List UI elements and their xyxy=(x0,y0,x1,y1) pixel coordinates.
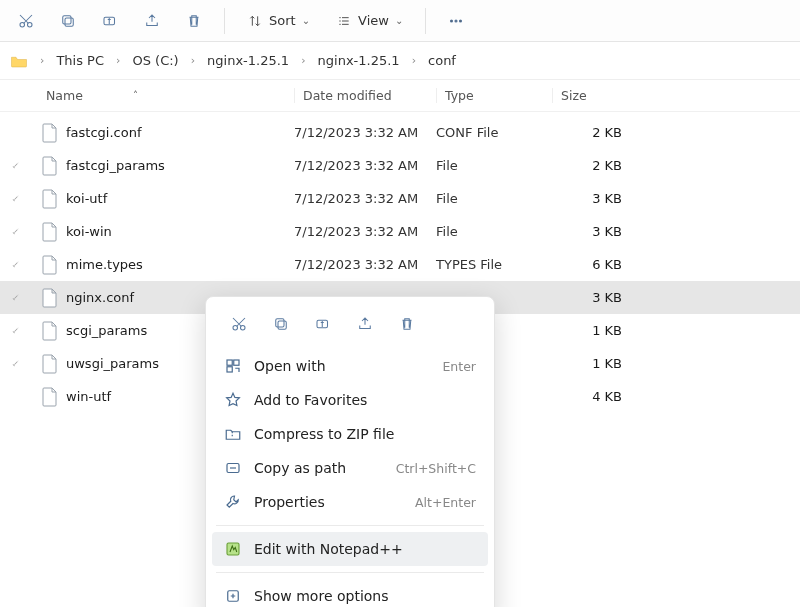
context-item-label: Copy as path xyxy=(254,460,384,476)
cut-button[interactable] xyxy=(8,5,44,37)
chevron-right-icon: › xyxy=(189,54,197,67)
column-type-header[interactable]: Type xyxy=(436,88,552,103)
file-size-cell: 1 KB xyxy=(552,323,632,338)
file-size-cell: 3 KB xyxy=(552,191,632,206)
column-date-header[interactable]: Date modified xyxy=(294,88,436,103)
more-button[interactable] xyxy=(438,5,474,37)
file-date-cell: 7/12/2023 3:32 AM xyxy=(294,125,436,140)
pin-icon xyxy=(0,224,28,239)
file-type-cell: File xyxy=(436,158,552,173)
chevron-down-icon: ⌄ xyxy=(395,15,403,26)
table-row[interactable]: koi-win7/12/2023 3:32 AMFile3 KB xyxy=(0,215,800,248)
divider xyxy=(216,525,484,526)
table-row[interactable]: fastcgi_params7/12/2023 3:32 AMFile2 KB xyxy=(0,149,800,182)
ctx-cut-icon[interactable] xyxy=(222,309,256,339)
chevron-right-icon: › xyxy=(38,54,46,67)
chevron-down-icon: ⌄ xyxy=(302,15,310,26)
svg-rect-11 xyxy=(276,319,284,327)
file-name: mime.types xyxy=(66,257,143,272)
file-name-cell: koi-utf xyxy=(28,189,294,209)
ctx-copy-icon[interactable] xyxy=(264,309,298,339)
svg-rect-15 xyxy=(227,367,232,372)
zip-icon xyxy=(224,425,242,443)
delete-button[interactable] xyxy=(176,5,212,37)
crumb-segment[interactable]: nginx-1.25.1 xyxy=(203,51,293,70)
file-name-cell: fastcgi.conf xyxy=(28,123,294,143)
svg-point-6 xyxy=(455,19,457,21)
context-menu: Open withEnterAdd to FavoritesCompress t… xyxy=(205,296,495,607)
file-name: nginx.conf xyxy=(66,290,134,305)
rename-button[interactable] xyxy=(92,5,128,37)
context-item-label: Properties xyxy=(254,494,403,510)
crumb-segment[interactable]: OS (C:) xyxy=(128,51,182,70)
pin-icon xyxy=(0,158,28,173)
svg-rect-14 xyxy=(234,360,239,365)
breadcrumb[interactable]: › This PC › OS (C:) › nginx-1.25.1 › ngi… xyxy=(0,42,800,80)
context-item[interactable]: Copy as pathCtrl+Shift+C xyxy=(212,451,488,485)
sort-button[interactable]: Sort ⌄ xyxy=(237,5,320,37)
file-type-cell: CONF File xyxy=(436,125,552,140)
chevron-right-icon: › xyxy=(114,54,122,67)
crumb-segment[interactable]: conf xyxy=(424,51,460,70)
svg-rect-10 xyxy=(278,321,286,329)
npp-icon xyxy=(224,540,242,558)
chevron-right-icon: › xyxy=(410,54,418,67)
folder-icon xyxy=(10,54,28,68)
file-name-cell: fastcgi_params xyxy=(28,156,294,176)
table-row[interactable]: koi-utf7/12/2023 3:32 AMFile3 KB xyxy=(0,182,800,215)
table-row[interactable]: fastcgi.conf7/12/2023 3:32 AMCONF File2 … xyxy=(0,116,800,149)
context-item[interactable]: Show more options xyxy=(212,579,488,607)
crumb-segment[interactable]: This PC xyxy=(52,51,108,70)
file-size-cell: 2 KB xyxy=(552,125,632,140)
ctx-share-icon[interactable] xyxy=(348,309,382,339)
context-item-shortcut: Enter xyxy=(442,359,476,374)
column-headers: Name ˄ Date modified Type Size xyxy=(0,80,800,112)
file-size-cell: 1 KB xyxy=(552,356,632,371)
svg-rect-13 xyxy=(227,360,232,365)
copy-button[interactable] xyxy=(50,5,86,37)
file-type-cell: TYPES File xyxy=(436,257,552,272)
share-button[interactable] xyxy=(134,5,170,37)
file-date-cell: 7/12/2023 3:32 AM xyxy=(294,191,436,206)
column-size-header[interactable]: Size xyxy=(552,88,632,103)
file-name: fastcgi_params xyxy=(66,158,165,173)
ctx-rename-icon[interactable] xyxy=(306,309,340,339)
context-item-label: Edit with Notepad++ xyxy=(254,541,464,557)
file-type-cell: File xyxy=(436,224,552,239)
file-date-cell: 7/12/2023 3:32 AM xyxy=(294,158,436,173)
context-item-label: Open with xyxy=(254,358,430,374)
context-item-label: Show more options xyxy=(254,588,464,604)
pin-icon xyxy=(0,356,28,371)
ctx-delete-icon[interactable] xyxy=(390,309,424,339)
context-item[interactable]: Compress to ZIP file xyxy=(212,417,488,451)
table-row[interactable]: mime.types7/12/2023 3:32 AMTYPES File6 K… xyxy=(0,248,800,281)
context-item[interactable]: Edit with Notepad++ xyxy=(212,532,488,566)
file-name-cell: koi-win xyxy=(28,222,294,242)
svg-point-5 xyxy=(451,19,453,21)
file-name: koi-win xyxy=(66,224,112,239)
context-item-label: Add to Favorites xyxy=(254,392,464,408)
file-name: win-utf xyxy=(66,389,111,404)
wrench-icon xyxy=(224,493,242,511)
context-item[interactable]: PropertiesAlt+Enter xyxy=(212,485,488,519)
file-date-cell: 7/12/2023 3:32 AM xyxy=(294,257,436,272)
file-name: scgi_params xyxy=(66,323,147,338)
chevron-right-icon: › xyxy=(299,54,307,67)
file-name: fastcgi.conf xyxy=(66,125,141,140)
file-name: koi-utf xyxy=(66,191,107,206)
context-item[interactable]: Add to Favorites xyxy=(212,383,488,417)
context-item-shortcut: Ctrl+Shift+C xyxy=(396,461,476,476)
svg-point-7 xyxy=(460,19,462,21)
svg-rect-2 xyxy=(65,18,73,26)
view-button[interactable]: View ⌄ xyxy=(326,5,413,37)
context-item[interactable]: Open withEnter xyxy=(212,349,488,383)
context-item-shortcut: Alt+Enter xyxy=(415,495,476,510)
openwith-icon xyxy=(224,357,242,375)
crumb-segment[interactable]: nginx-1.25.1 xyxy=(314,51,404,70)
column-name-header[interactable]: Name ˄ xyxy=(46,88,294,103)
file-size-cell: 2 KB xyxy=(552,158,632,173)
context-item-label: Compress to ZIP file xyxy=(254,426,464,442)
pin-icon xyxy=(0,191,28,206)
file-type-cell: File xyxy=(436,191,552,206)
pin-icon xyxy=(0,290,28,305)
